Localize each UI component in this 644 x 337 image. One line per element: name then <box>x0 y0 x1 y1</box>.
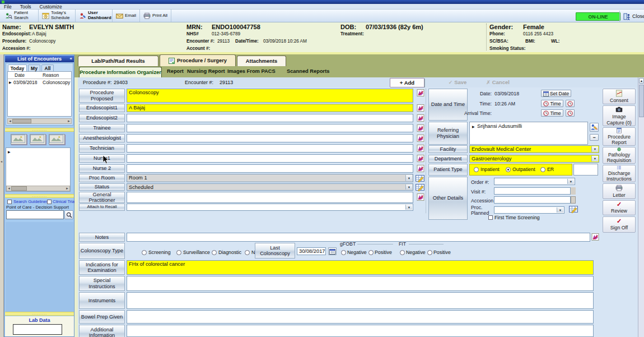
subtab-report[interactable]: Report <box>167 68 184 74</box>
patient-search-button[interactable]: Patient Search <box>2 10 39 22</box>
radio-outpatient[interactable] <box>506 167 511 172</box>
dropdown-arrow-icon[interactable]: ▾ <box>405 175 412 181</box>
todays-schedule-button[interactable]: Today's Schedule <box>39 10 76 22</box>
anesthesiologist-field[interactable] <box>127 134 413 142</box>
lab-data-box[interactable] <box>13 324 62 335</box>
department-select[interactable]: Gastroenterology ▾ <box>469 155 599 163</box>
cancel-button[interactable]: ✗ Cancel <box>479 78 516 86</box>
radio-fit-negative[interactable] <box>400 250 405 255</box>
endoscopist1-field[interactable]: A Bajaj <box>127 104 413 112</box>
encounters-tab-all[interactable]: All <box>41 64 54 71</box>
patient-type-extra-field[interactable] <box>573 164 598 176</box>
scrollbar-thumb[interactable] <box>12 119 31 123</box>
sign-off-button[interactable]: ✓ Sign Off <box>603 216 636 233</box>
radio-gfobt-negative[interactable] <box>341 250 346 255</box>
endoscopist2-field[interactable] <box>127 114 413 122</box>
encounters-col-reason[interactable]: Reason <box>43 72 59 78</box>
consent-button[interactable]: Consent <box>603 89 636 104</box>
subtab-images-from-pacs[interactable]: Images From PACS <box>227 68 276 74</box>
time-clear-button[interactable] <box>566 100 575 107</box>
thumbnail-button[interactable] <box>30 134 46 145</box>
grid-edit-icon[interactable] <box>569 205 578 213</box>
edit-icon[interactable] <box>417 145 424 152</box>
arrival-time-button[interactable]: Time <box>541 109 563 117</box>
special-instructions-field[interactable] <box>127 276 594 291</box>
procedure-report-button[interactable]: Procedure Report <box>603 127 636 146</box>
last-colonoscopy-date-input[interactable]: 30/08/2017 <box>297 247 326 255</box>
subtab-scanned-reports[interactable]: Scanned Reports <box>287 68 329 74</box>
referring-physician-remove-button[interactable]: − <box>590 134 599 141</box>
menu-file[interactable]: File <box>4 4 12 10</box>
radio-er[interactable] <box>540 167 545 172</box>
edit-icon[interactable] <box>417 104 424 112</box>
time-button[interactable]: Time <box>541 100 563 107</box>
additional-information-field[interactable] <box>127 325 594 337</box>
thumbnail-button[interactable] <box>49 134 65 145</box>
sidebar-splitter-2[interactable]: ········· <box>5 194 74 198</box>
edit-icon[interactable] <box>417 193 424 201</box>
referring-physician-edit-button[interactable] <box>590 123 599 132</box>
procedure-proposed-field[interactable]: Colonoscopy <box>127 89 413 103</box>
set-date-button[interactable]: Set Date <box>541 90 571 97</box>
arrival-clear-button[interactable] <box>566 109 575 117</box>
scrollbar-thumb[interactable] <box>639 85 644 117</box>
tab-attachments[interactable]: Attachments <box>237 56 286 66</box>
nurse1-field[interactable] <box>127 154 413 163</box>
notes-field[interactable] <box>127 233 590 242</box>
encounters-hscrollbar[interactable]: ◄ ► <box>7 118 72 124</box>
image-capture-button[interactable]: Image Capture (0) <box>603 105 636 126</box>
visit-number-button[interactable] <box>571 187 576 195</box>
radio-surveillance[interactable] <box>176 250 181 255</box>
scroll-left-icon[interactable]: ◄ <box>8 119 12 123</box>
decision-support-search-input[interactable] <box>6 210 64 219</box>
clinical-trials-checkbox[interactable] <box>47 200 52 204</box>
order-number-select[interactable]: ▾ <box>494 178 575 185</box>
instruments-field[interactable] <box>127 292 594 309</box>
proc-planned-select[interactable]: ▾ <box>494 206 564 214</box>
pathology-requisition-button[interactable]: Pathology Requisition <box>603 147 636 164</box>
general-practitioner-field[interactable] <box>127 192 413 203</box>
add-button[interactable]: + Add <box>390 78 424 87</box>
scrollbar-thumb[interactable] <box>11 186 27 191</box>
edit-icon[interactable] <box>417 165 424 172</box>
nurse2-field[interactable] <box>127 164 413 173</box>
encounters-col-date[interactable]: Date <box>15 72 25 78</box>
thumbnail-button[interactable] <box>11 134 27 145</box>
close-button[interactable]: Close <box>619 11 644 22</box>
dropdown-arrow-icon[interactable]: ▾ <box>405 184 412 190</box>
print-all-button[interactable]: Print All <box>140 10 171 22</box>
radio-fit-positive[interactable] <box>427 250 432 255</box>
edit-icon[interactable] <box>417 114 424 122</box>
grid-edit-icon[interactable] <box>416 174 424 182</box>
accession-number-input[interactable] <box>494 196 571 204</box>
radio-screening[interactable] <box>142 250 147 255</box>
indications-field[interactable]: FHx of colorectal cancer <box>127 260 594 275</box>
main-vscrollbar[interactable]: ▲ <box>638 77 644 337</box>
accession-number-button[interactable] <box>571 196 576 204</box>
first-time-screening-checkbox[interactable] <box>488 215 493 220</box>
last-colonoscopy-calendar-button[interactable] <box>328 247 337 255</box>
edit-icon[interactable] <box>591 233 599 241</box>
encounters-tab-today[interactable]: Today <box>8 64 27 71</box>
discharge-instructions-button[interactable]: Discharge Instructions <box>603 165 636 182</box>
letter-button[interactable]: Letter <box>603 183 636 199</box>
preview-hscrollbar[interactable]: ◄ ► <box>6 186 70 191</box>
sidebar-splitter-1[interactable]: ········· <box>5 128 74 132</box>
sidebar-title-bar[interactable]: List of Encounters « <box>5 56 74 62</box>
encounter-row[interactable]: ▶ 03/09/2018 Colonoscopy <box>8 79 71 86</box>
email-button[interactable]: Email <box>113 10 140 22</box>
review-button[interactable]: ✓ Review <box>603 200 636 215</box>
radio-gfobt-positive[interactable] <box>368 250 374 255</box>
encounters-tab-my[interactable]: My <box>28 64 40 71</box>
visit-number-input[interactable] <box>494 187 571 195</box>
edit-icon[interactable] <box>417 155 424 162</box>
window-titlebar[interactable] <box>0 0 644 4</box>
save-button[interactable]: ✓ Save <box>440 78 475 86</box>
dropdown-arrow-icon[interactable]: ▾ <box>557 207 563 213</box>
referring-physician-field[interactable]: ▶ Srijhansi Adusumilli <box>469 122 588 145</box>
user-dashboard-button[interactable]: User Dashboard <box>76 10 113 22</box>
edit-icon[interactable] <box>417 135 424 142</box>
search-go-button[interactable] <box>64 210 73 219</box>
radio-inpatient[interactable] <box>474 167 479 172</box>
search-guidelines-checkbox[interactable] <box>7 200 12 204</box>
